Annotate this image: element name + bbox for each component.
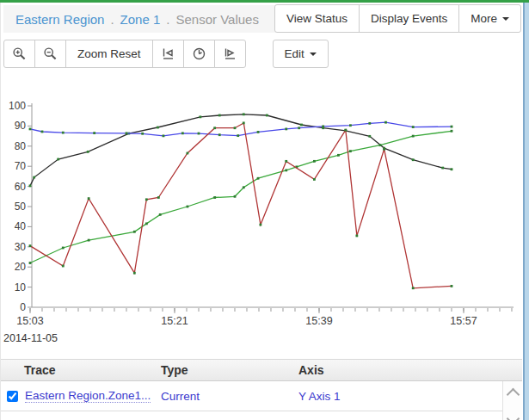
series-green-line[interactable] <box>30 131 452 262</box>
series-red-marker <box>259 224 261 226</box>
series-green-marker <box>257 177 260 180</box>
series-red-marker <box>29 244 32 247</box>
series-green-marker <box>145 222 148 225</box>
series-blue-marker <box>93 132 95 134</box>
breadcrumb: Eastern Region . Zone 1 . Sensor Values <box>3 5 311 33</box>
more-button[interactable]: More <box>458 4 521 33</box>
display-events-button[interactable]: Display Events <box>359 4 459 33</box>
zoom-button-group: Zoom Reset <box>3 40 246 68</box>
series-black-marker <box>441 167 444 170</box>
y-axis-label: 30 <box>15 241 27 253</box>
series-red-marker <box>285 160 287 163</box>
series-green-marker <box>187 206 189 208</box>
time-range-button[interactable] <box>183 40 215 68</box>
series-green-marker <box>213 196 216 199</box>
top-accent-bar <box>0 0 529 3</box>
series-green-marker <box>234 195 237 198</box>
series-green-marker <box>243 186 245 188</box>
series-black-marker <box>243 113 245 115</box>
series-black-marker <box>87 151 89 153</box>
series-blue-marker <box>384 121 387 124</box>
series-red-marker <box>157 196 160 199</box>
series-red-marker <box>187 152 189 155</box>
table-scrollbar[interactable] <box>502 381 522 420</box>
breadcrumb-eastern-region[interactable]: Eastern Region <box>15 12 104 27</box>
zoom-in-button[interactable] <box>3 40 35 68</box>
y-axis-label: 80 <box>15 140 27 152</box>
x-axis-label: 15:57 <box>450 315 477 327</box>
right-accent-bar <box>523 3 529 420</box>
series-green-marker <box>337 154 340 157</box>
series-green-marker <box>285 169 287 171</box>
series-green-marker <box>379 144 382 146</box>
table-row: Eastern Region.Zone1... Current Y Axis 1 <box>1 381 502 411</box>
view-status-button[interactable]: View Status <box>274 4 360 33</box>
y-axis-label: 90 <box>15 120 27 132</box>
series-blue-marker <box>198 133 200 135</box>
series-blue-marker <box>257 131 260 133</box>
breadcrumb-separator: . <box>166 12 169 27</box>
series-red-marker <box>451 285 453 287</box>
y-axis-label: 40 <box>15 220 27 232</box>
series-blue-marker <box>237 134 239 137</box>
series-blue-marker <box>181 132 184 134</box>
trace-table-header: Trace Type Axis <box>1 359 522 381</box>
breadcrumb-sensor-values: Sensor Values <box>175 12 258 27</box>
series-black-marker <box>157 127 159 129</box>
series-red-marker <box>383 148 385 151</box>
axis-lines <box>32 103 514 307</box>
series-blue-marker <box>322 125 324 127</box>
x-axis-label: 15:03 <box>16 315 43 327</box>
trace-table: Trace Type Axis Eastern Region.Zone1... … <box>1 359 522 411</box>
clock-icon <box>192 46 206 61</box>
trace-checkbox[interactable] <box>7 391 18 402</box>
y-axis-label: 20 <box>15 261 27 273</box>
x-axis-label: 15:21 <box>161 315 188 327</box>
zoom-out-icon <box>43 46 58 61</box>
series-green-marker <box>412 135 415 138</box>
trace-type-link[interactable]: Current <box>161 390 200 403</box>
series-blue-marker <box>141 133 144 135</box>
series-blue-marker <box>285 128 287 131</box>
series-blue-marker <box>451 126 453 128</box>
scroll-up-icon[interactable] <box>507 388 520 402</box>
pan-forward-icon <box>223 46 237 61</box>
caret-down-icon <box>310 52 317 56</box>
series-blue-marker <box>412 126 415 128</box>
zoom-in-icon <box>12 46 27 61</box>
series-green-marker <box>313 160 316 163</box>
series-red-marker <box>234 127 237 129</box>
chart-toolbar: Zoom Reset <box>3 40 329 68</box>
column-header-axis: Axis <box>298 363 522 377</box>
pan-forward-button[interactable] <box>214 40 246 68</box>
series-black-marker <box>451 168 453 170</box>
y-axis-label: 100 <box>9 100 26 112</box>
chart-date-label: 2014-11-05 <box>3 332 58 344</box>
series-red-marker <box>133 272 136 275</box>
series-blue-marker <box>62 132 65 134</box>
edit-button[interactable]: Edit <box>273 40 329 68</box>
series-black-marker <box>33 176 35 179</box>
series-blue-marker <box>368 122 371 125</box>
series-black-marker <box>266 114 268 117</box>
series-green-marker <box>349 150 352 152</box>
series-blue-marker <box>163 134 165 137</box>
zoom-out-button[interactable] <box>34 40 66 68</box>
series-red-marker <box>62 265 65 268</box>
scroll-down-icon[interactable] <box>507 412 520 420</box>
series-blue-marker <box>349 124 352 127</box>
trace-name-link[interactable]: Eastern Region.Zone1... <box>25 389 151 403</box>
series-green-marker <box>62 247 65 250</box>
series-red-line[interactable] <box>30 123 452 288</box>
header-button-group: View Status Display Events More <box>274 4 521 33</box>
zoom-reset-button[interactable]: Zoom Reset <box>65 40 153 68</box>
sensor-chart[interactable]: 010203040506070809010015:0315:2115:3915:… <box>0 86 522 344</box>
series-red-marker <box>355 235 358 238</box>
x-axis-label: 15:39 <box>305 315 332 327</box>
breadcrumb-zone-1[interactable]: Zone 1 <box>120 12 161 27</box>
trace-axis-link[interactable]: Y Axis 1 <box>298 390 341 403</box>
series-black-marker <box>199 115 201 118</box>
series-blue-marker <box>41 131 44 133</box>
pan-back-button[interactable] <box>152 40 184 68</box>
series-red-marker <box>313 178 316 181</box>
